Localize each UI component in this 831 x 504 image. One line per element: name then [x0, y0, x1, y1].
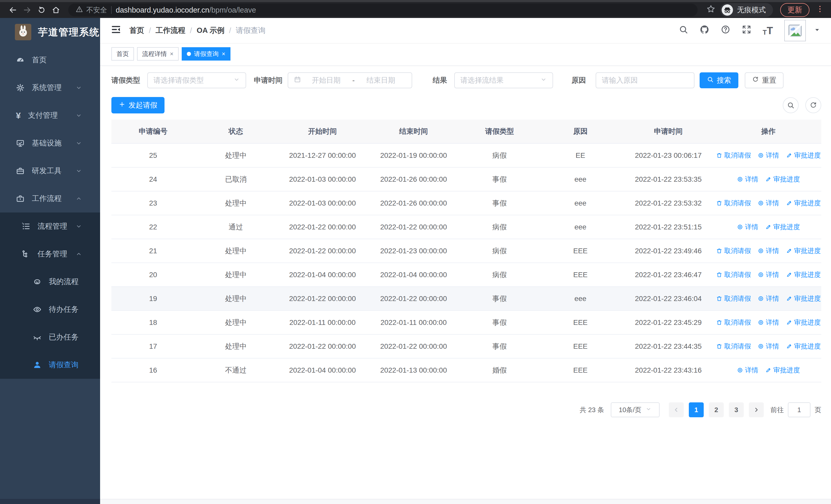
sidebar-item-my-process[interactable]: 我的流程	[0, 268, 100, 296]
table-row[interactable]: 18 处理中 2022-01-11 00:00:00 2022-01-11 00…	[111, 311, 821, 335]
breadcrumb-item[interactable]: 工作流程	[155, 25, 185, 36]
action-cancel[interactable]: 取消请假	[716, 151, 751, 160]
home-button[interactable]	[50, 4, 62, 16]
action-progress[interactable]: 审批进度	[786, 246, 821, 255]
action-detail[interactable]: 详情	[737, 175, 758, 184]
page-size-select[interactable]: 10条/页	[611, 403, 660, 417]
search-icon	[707, 76, 714, 85]
sidebar-item-done-tasks[interactable]: 已办任务	[0, 323, 100, 351]
action-progress[interactable]: 审批进度	[765, 175, 800, 184]
action-cancel[interactable]: 取消请假	[716, 318, 751, 327]
action-detail[interactable]: 详情	[757, 199, 779, 208]
cell-end-time: 2022-01-11 00:00:00	[368, 319, 459, 327]
table-row[interactable]: 17 处理中 2022-01-22 00:00:00 2022-01-22 00…	[111, 335, 821, 358]
action-cancel[interactable]: 取消请假	[716, 246, 751, 255]
page-button-3[interactable]: 3	[729, 403, 744, 417]
table-row[interactable]: 21 处理中 2022-01-22 00:00:00 2022-01-23 00…	[111, 239, 821, 263]
action-detail[interactable]: 详情	[757, 270, 779, 279]
breadcrumb-item: 请假查询	[236, 25, 266, 36]
action-detail[interactable]: 详情	[757, 294, 779, 303]
next-page-button[interactable]	[749, 403, 764, 417]
action-detail[interactable]: 详情	[737, 366, 758, 375]
fullscreen-icon[interactable]	[742, 25, 751, 37]
help-icon[interactable]	[721, 25, 730, 37]
action-detail[interactable]: 详情	[757, 342, 779, 351]
page-buttons: 123	[686, 403, 746, 417]
search-icon	[787, 101, 795, 109]
goto-page-input[interactable]: 1	[788, 403, 810, 417]
search-icon[interactable]	[679, 25, 688, 37]
reset-button[interactable]: 重置	[745, 72, 783, 88]
url-bar[interactable]: 不安全 dashboard.yudao.iocoder.cn/bpm/oa/le…	[68, 4, 697, 17]
hide-search-button[interactable]	[783, 97, 799, 113]
page-button-1[interactable]: 1	[689, 403, 704, 417]
github-icon[interactable]	[699, 25, 709, 37]
caret-down-icon[interactable]	[813, 26, 821, 35]
tab-leave-query[interactable]: 请假查询×	[182, 47, 230, 61]
action-cancel[interactable]: 取消请假	[716, 342, 751, 351]
table-row[interactable]: 25 处理中 2021-12-27 00:00:00 2022-01-19 00…	[111, 144, 821, 168]
apply-time-range-picker[interactable]: 开始日期 - 结束日期	[288, 72, 412, 88]
sidebar-collapse-icon[interactable]	[111, 24, 121, 37]
bookmark-star-icon[interactable]	[706, 4, 716, 16]
action-detail[interactable]: 详情	[757, 151, 779, 160]
action-cancel[interactable]: 取消请假	[716, 294, 751, 303]
reload-button[interactable]	[35, 4, 48, 16]
table-toolbar: 发起请假	[111, 97, 821, 113]
sidebar-item-payment-management[interactable]: ¥支付管理	[0, 101, 100, 129]
sidebar-item-infrastructure[interactable]: 基础设施	[0, 129, 100, 157]
app-logo[interactable]: 芋道管理系统	[0, 18, 100, 46]
refresh-table-button[interactable]	[805, 97, 821, 113]
action-progress[interactable]: 审批进度	[786, 318, 821, 327]
table-row[interactable]: 16 不通过 2022-01-04 00:00:00 2022-01-13 00…	[111, 358, 821, 382]
search-button[interactable]: 搜索	[699, 72, 738, 88]
action-progress[interactable]: 审批进度	[786, 270, 821, 279]
cell-apply-id: 25	[111, 151, 195, 159]
table-row[interactable]: 22 通过 2022-01-22 00:00:00 2022-01-22 00:…	[111, 215, 821, 239]
action-progress[interactable]: 审批进度	[786, 294, 821, 303]
action-progress[interactable]: 审批进度	[765, 366, 800, 375]
result-select[interactable]: 请选择流结果	[454, 72, 553, 88]
sidebar-item-leave-query[interactable]: 请假查询	[0, 351, 100, 379]
table-row[interactable]: 23 处理中 2022-01-03 00:00:00 2022-01-26 00…	[111, 191, 821, 215]
sidebar-item-system-management[interactable]: 系统管理	[0, 74, 100, 101]
update-button[interactable]: 更新	[780, 3, 809, 17]
cell-apply-id: 20	[111, 271, 195, 279]
close-icon[interactable]: ×	[170, 51, 173, 57]
action-progress[interactable]: 审批进度	[765, 223, 800, 232]
sidebar-item-process-management[interactable]: 流程管理	[0, 212, 100, 240]
action-cancel[interactable]: 取消请假	[716, 199, 751, 208]
browser-menu-icon[interactable]	[815, 5, 824, 16]
create-leave-button[interactable]: 发起请假	[111, 97, 165, 113]
leave-type-select[interactable]: 请选择请假类型	[147, 72, 246, 88]
action-progress[interactable]: 审批进度	[786, 151, 821, 160]
font-size-icon[interactable]: TT	[763, 25, 773, 36]
reason-input[interactable]: 请输入原因	[596, 72, 694, 88]
sidebar-item-task-management[interactable]: 任务管理	[0, 240, 100, 268]
tab-process-detail[interactable]: 流程详情×	[137, 47, 179, 61]
close-icon[interactable]: ×	[222, 51, 225, 57]
avatar[interactable]	[784, 20, 806, 41]
security-status[interactable]: 不安全	[76, 5, 107, 15]
action-detail[interactable]: 详情	[757, 246, 779, 255]
action-progress[interactable]: 审批进度	[786, 199, 821, 208]
action-detail[interactable]: 详情	[757, 318, 779, 327]
prev-page-button[interactable]	[669, 403, 684, 417]
tab-home[interactable]: 首页	[111, 47, 134, 61]
breadcrumb-item[interactable]: OA 示例	[197, 25, 224, 36]
action-cancel[interactable]: 取消请假	[716, 270, 751, 279]
breadcrumb-item[interactable]: 首页	[130, 25, 144, 36]
action-progress[interactable]: 审批进度	[786, 342, 821, 351]
sidebar-item-home[interactable]: 首页	[0, 46, 100, 74]
forward-button[interactable]	[21, 4, 33, 16]
table-row[interactable]: 19 处理中 2022-01-22 00:00:00 2022-01-22 00…	[111, 287, 821, 311]
page-button-2[interactable]: 2	[709, 403, 724, 417]
back-button[interactable]	[7, 4, 19, 16]
cell-status: 处理中	[195, 342, 277, 351]
sidebar-item-dev-tools[interactable]: 研发工具	[0, 157, 100, 185]
table-row[interactable]: 20 处理中 2022-01-04 00:00:00 2022-01-04 00…	[111, 263, 821, 287]
action-detail[interactable]: 详情	[737, 223, 758, 232]
table-row[interactable]: 24 已取消 2022-01-03 00:00:00 2022-01-26 00…	[111, 168, 821, 191]
sidebar-item-todo-tasks[interactable]: 待办任务	[0, 296, 100, 323]
sidebar-item-workflow[interactable]: 工作流程	[0, 185, 100, 212]
